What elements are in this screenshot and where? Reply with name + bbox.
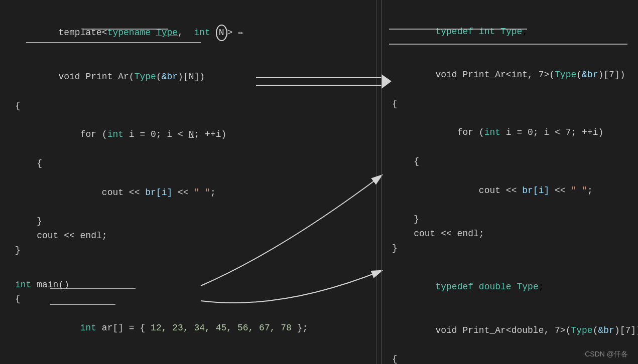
- left-block1: template<typename Type, int N> ✏ void Pr…: [15, 10, 361, 258]
- watermark: CSDN @仟各: [585, 350, 628, 359]
- spacer1: [15, 258, 361, 268]
- line-1: template<typename Type, int N> ✏: [15, 10, 361, 55]
- spacer3: [392, 256, 623, 266]
- left-block2: int main() { int ar[] = { 12, 23, 34, 45…: [15, 278, 361, 364]
- right-block2: typedef double Type; void Print_Ar<doubl…: [392, 266, 623, 364]
- left-panel: template<typename Type, int N> ✏ void Pr…: [0, 0, 376, 364]
- right-block1: typedef int Type; void Print_Ar<int, 7>(…: [392, 10, 623, 256]
- right-panel: typedef int Type; void Print_Ar<int, 7>(…: [376, 0, 638, 364]
- line-2: void Print_Ar(Type(&br)[N]): [15, 55, 361, 98]
- spacer2: [15, 268, 361, 278]
- main-container: template<typename Type, int N> ✏ void Pr…: [0, 0, 638, 364]
